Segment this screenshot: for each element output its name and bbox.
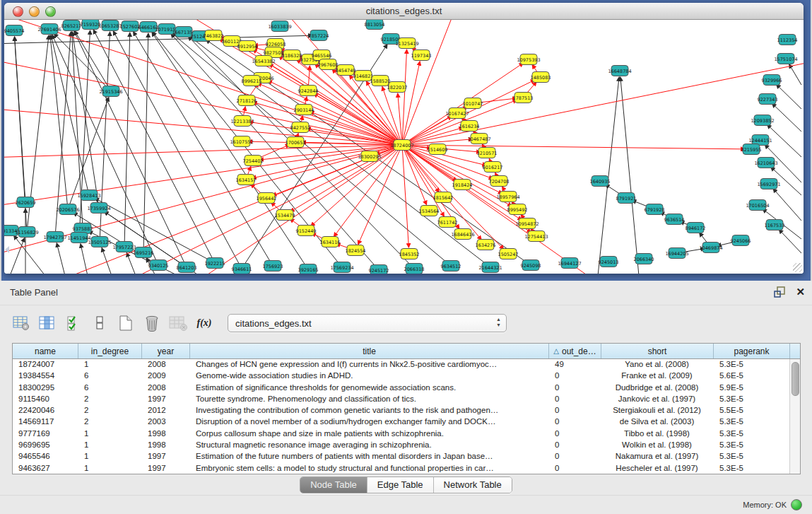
table-cell[interactable]: Franke et al. (2009) bbox=[601, 370, 714, 382]
graph-node[interactable]: 6791928 bbox=[645, 204, 665, 215]
graph-node[interactable]: 10954872 bbox=[515, 218, 539, 229]
tab-edge-table[interactable]: Edge Table bbox=[367, 477, 434, 493]
table-cell[interactable]: Nakamura et al. (1997) bbox=[601, 451, 714, 462]
table-settings-icon[interactable] bbox=[11, 313, 31, 333]
graph-node[interactable]: 9405574 bbox=[4, 25, 24, 36]
graph-node[interactable]: 1167533 bbox=[765, 220, 785, 230]
graph-node[interactable]: 7204708 bbox=[489, 176, 510, 187]
table-cell[interactable]: 0 bbox=[549, 451, 601, 462]
graph-node[interactable]: 9346611 bbox=[232, 264, 252, 274]
table-cell[interactable]: Jankovic et al. (1997) bbox=[601, 394, 714, 405]
table-cell[interactable]: 5.6E-5 bbox=[714, 370, 790, 382]
graph-node[interactable]: 1634116 bbox=[320, 237, 341, 247]
graph-node[interactable]: 9245066 bbox=[731, 235, 751, 246]
column-header-pagerank[interactable]: pagerank bbox=[714, 344, 790, 358]
table-cell[interactable]: 0 bbox=[549, 370, 601, 382]
table-cell[interactable]: 18724007 bbox=[13, 359, 78, 370]
graph-node[interactable]: 2718126 bbox=[237, 95, 257, 106]
table-cell[interactable]: 0 bbox=[549, 416, 601, 428]
table-cell[interactable]: 9699695 bbox=[13, 440, 78, 451]
tab-network-table[interactable]: Network Table bbox=[434, 477, 512, 493]
graph-node[interactable]: 1822037 bbox=[387, 82, 408, 93]
graph-node[interactable]: 1956442 bbox=[257, 193, 277, 204]
graph-node[interactable]: 2066340 bbox=[634, 254, 654, 264]
graph-node[interactable]: 8912954 bbox=[237, 41, 258, 52]
graph-node[interactable]: 15692971 bbox=[757, 179, 780, 189]
table-cell[interactable]: 2 bbox=[78, 416, 142, 428]
graph-node[interactable]: 8791921 bbox=[616, 193, 637, 204]
graph-node[interactable]: 1616234 bbox=[459, 121, 480, 132]
graph-node[interactable]: 10469874 bbox=[699, 243, 722, 253]
table-cell[interactable]: 5.3E-5 bbox=[714, 416, 790, 428]
table-cell[interactable]: Tibbo et al. (1998) bbox=[601, 428, 714, 440]
table-row[interactable]: 1830029562008Estimation of significance … bbox=[13, 382, 790, 394]
table-cell[interactable]: 5.3E-5 bbox=[714, 428, 790, 440]
table-row[interactable]: 946554611997Estimation of the future num… bbox=[13, 451, 790, 462]
graph-node[interactable]: 9242844 bbox=[298, 86, 319, 96]
table-cell[interactable]: 0 bbox=[549, 428, 601, 440]
table-cell[interactable]: 0 bbox=[549, 394, 601, 405]
table-row[interactable]: 1872400712008Changes of HCN gene express… bbox=[13, 359, 790, 370]
table-cell[interactable]: 2 bbox=[78, 394, 142, 405]
table-cell[interactable]: Dudbridge et al. (2008) bbox=[601, 382, 714, 394]
table-cell[interactable]: Corpus callosum shape and size in male p… bbox=[190, 428, 549, 440]
graph-node[interactable]: 1112354 bbox=[777, 35, 798, 45]
table-cell[interactable]: de Silva et al. (2003) bbox=[601, 416, 714, 428]
graph-node[interactable]: 9245172 bbox=[369, 265, 389, 274]
table-vertical-scrollbar[interactable] bbox=[789, 359, 800, 474]
column-header-title[interactable]: title bbox=[190, 344, 549, 358]
table-cell[interactable]: 1 bbox=[78, 451, 142, 462]
table-cell[interactable]: 1 bbox=[78, 463, 142, 474]
graph-node[interactable]: 1845352 bbox=[399, 249, 420, 259]
table-cell[interactable]: Tourette syndrome. Phenomenology and cla… bbox=[190, 394, 549, 405]
table-cell[interactable]: 5.5E-5 bbox=[714, 405, 790, 416]
graph-node[interactable]: 16033839 bbox=[268, 21, 291, 32]
graph-node[interactable]: 9340125 bbox=[148, 260, 169, 271]
collapse-panel-arrow-icon[interactable] bbox=[1, 246, 9, 253]
table-cell[interactable]: 1998 bbox=[142, 428, 190, 440]
network-canvas[interactable]: 9405574276914068265217715932010653287152… bbox=[4, 20, 804, 274]
graph-node[interactable]: 16846416 bbox=[451, 229, 474, 240]
table-cell[interactable]: 1997 bbox=[142, 463, 190, 474]
table-cell[interactable]: Hescheler et al. (1997) bbox=[601, 463, 714, 474]
graph-node[interactable]: 1505247 bbox=[498, 249, 519, 259]
graph-node[interactable]: 6016217 bbox=[483, 162, 503, 173]
graph-node[interactable]: 16944205 bbox=[665, 248, 688, 259]
graph-node[interactable]: 21644321 bbox=[478, 262, 502, 273]
table-cell[interactable]: Disruption of a novel member of a sodium… bbox=[190, 416, 549, 428]
table-cell[interactable]: 19384554 bbox=[13, 370, 78, 382]
table-cell[interactable]: 9115460 bbox=[13, 394, 78, 405]
table-cell[interactable]: Stergiakouli et al. (2012) bbox=[601, 405, 714, 416]
table-cell[interactable]: Estimation of the future numbers of pati… bbox=[190, 451, 549, 462]
graph-node[interactable]: 15751074 bbox=[774, 54, 797, 64]
table-row[interactable]: 946362711997Embryonic stem cells: a mode… bbox=[13, 463, 790, 474]
graph-node[interactable]: 9636514 bbox=[664, 214, 685, 225]
column-header-short[interactable]: short bbox=[601, 344, 714, 358]
graph-node[interactable]: 12213383 bbox=[230, 116, 254, 127]
table-cell[interactable]: 1997 bbox=[142, 394, 190, 405]
graph-node[interactable]: 10467487 bbox=[467, 134, 490, 144]
graph-node[interactable]: 1634276 bbox=[476, 240, 496, 250]
graph-node[interactable]: 12754413 bbox=[524, 231, 548, 242]
graph-node[interactable]: 8813054 bbox=[365, 20, 385, 30]
table-cell[interactable]: 2008 bbox=[142, 359, 190, 370]
table-row[interactable]: 911546021997Tourette syndrome. Phenomeno… bbox=[13, 394, 790, 405]
table-cell[interactable]: 6 bbox=[78, 382, 142, 394]
table-cell[interactable]: 22420046 bbox=[13, 405, 78, 416]
float-panel-icon[interactable] bbox=[774, 286, 786, 298]
table-cell[interactable]: 0 bbox=[549, 440, 601, 451]
graph-node[interactable]: 1918424 bbox=[452, 180, 473, 190]
graph-node[interactable]: 13505125 bbox=[88, 237, 111, 247]
graph-node[interactable]: 2620659 bbox=[16, 197, 36, 208]
graph-node[interactable]: 7463822 bbox=[204, 30, 224, 41]
table-cell[interactable]: Embryonic stem cells: a model to study s… bbox=[190, 463, 549, 474]
graph-node[interactable]: 7611742 bbox=[437, 217, 458, 228]
column-header-in_degree[interactable]: in_degree bbox=[78, 344, 142, 358]
graph-node[interactable]: 21915346 bbox=[99, 86, 122, 97]
table-cell[interactable]: 5.3E-5 bbox=[714, 394, 790, 405]
table-select-combo[interactable]: citations_edges.txt ▲▼ bbox=[228, 314, 507, 332]
graph-node[interactable]: 1534479 bbox=[275, 210, 295, 221]
scrollbar-thumb[interactable] bbox=[792, 362, 799, 396]
table-cell[interactable]: 2009 bbox=[142, 370, 190, 382]
graph-node[interactable]: 1824554 bbox=[346, 245, 366, 256]
